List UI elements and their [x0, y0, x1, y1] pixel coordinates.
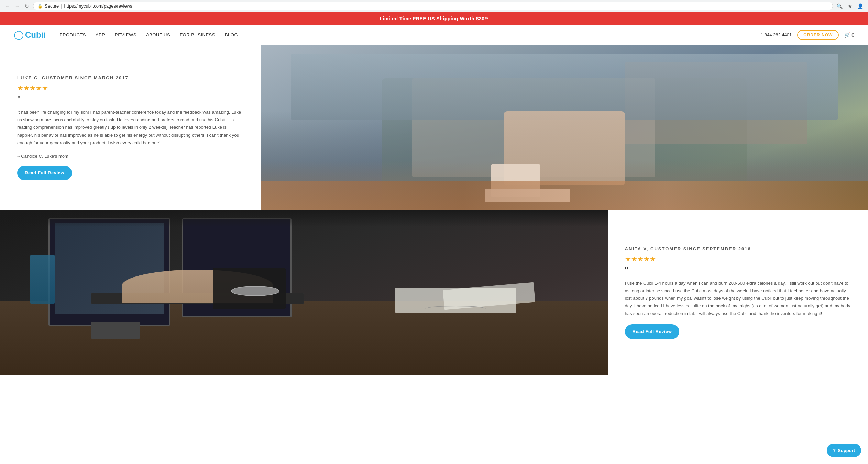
lock-icon: 🔒	[37, 4, 43, 9]
logo-name: Cubii	[25, 30, 46, 40]
logo-icon: ◯	[14, 30, 24, 40]
review-text-panel-2: ANITA V, CUSTOMER SINCE SEPTEMBER 2016 ★…	[608, 210, 868, 375]
logo[interactable]: ◯ Cubii	[14, 30, 46, 40]
stars-2: ★★★★★	[625, 255, 851, 263]
nav-blog[interactable]: BLOG	[225, 32, 238, 37]
reviewer-sig-1: ~ Candice C, Luke's mom	[17, 154, 243, 159]
order-now-button[interactable]: ORDER NOW	[797, 30, 839, 40]
url-separator: |	[61, 3, 62, 9]
profile-icon[interactable]: 👤	[856, 2, 864, 10]
review-body-1: It has been life changing for my son! I …	[17, 109, 243, 146]
back-button[interactable]: ←	[4, 3, 11, 10]
url-full: https://mycubii.com/pages/reviews	[64, 3, 132, 9]
review-image-2	[0, 210, 608, 375]
refresh-button[interactable]: ↻	[23, 3, 30, 10]
promo-banner: Limited Time FREE US Shipping Worth $30!…	[0, 12, 868, 25]
review-section-2: ANITA V, CUSTOMER SINCE SEPTEMBER 2016 ★…	[0, 210, 868, 375]
banner-text: Limited Time FREE US Shipping Worth $30!…	[380, 16, 488, 21]
nav-about[interactable]: ABOUT US	[146, 32, 170, 37]
nav-app[interactable]: APP	[96, 32, 105, 37]
review-image-panel-1	[261, 45, 868, 210]
reviewer-name-2: ANITA V, CUSTOMER SINCE SEPTEMBER 2016	[625, 246, 851, 251]
review-body-2: I use the Cubii 1-4 hours a day when I c…	[625, 280, 851, 317]
nav-products[interactable]: PRODUCTS	[59, 32, 86, 37]
navbar: ◯ Cubii PRODUCTS APP REVIEWS ABOUT US FO…	[0, 25, 868, 45]
nav-for-business[interactable]: FOR BUSINESS	[180, 32, 215, 37]
reviews-page: LUKE C, CUSTOMER SINCE MARCH 2017 ★★★★★ …	[0, 45, 868, 375]
review-image-1	[261, 45, 868, 210]
reviewer-name-1: LUKE C, CUSTOMER SINCE MARCH 2017	[17, 75, 243, 80]
navbar-right: 1.844.282.4401 ORDER NOW 🛒 0	[761, 30, 854, 40]
review-text-panel-1: LUKE C, CUSTOMER SINCE MARCH 2017 ★★★★★ …	[0, 45, 261, 210]
forward-button[interactable]: →	[14, 3, 21, 10]
phone-number: 1.844.282.4401	[761, 32, 792, 37]
review-image-panel-2	[0, 210, 608, 375]
navbar-left: ◯ Cubii PRODUCTS APP REVIEWS ABOUT US FO…	[14, 30, 238, 40]
stars-1: ★★★★★	[17, 84, 243, 92]
cart-icon[interactable]: 🛒 0	[844, 32, 854, 38]
bookmark-icon[interactable]: ★	[846, 2, 854, 10]
cart-count: 0	[851, 32, 854, 38]
quote-mark-2: "	[625, 266, 851, 275]
nav-reviews[interactable]: REVIEWS	[114, 32, 136, 37]
read-full-review-button-1[interactable]: Read Full Review	[17, 166, 72, 180]
search-icon[interactable]: 🔍	[836, 2, 843, 10]
url-text: Secure	[45, 3, 59, 9]
address-bar[interactable]: 🔒 Secure | https://mycubii.com/pages/rev…	[33, 2, 833, 10]
review-section-1: LUKE C, CUSTOMER SINCE MARCH 2017 ★★★★★ …	[0, 45, 868, 210]
nav-links: PRODUCTS APP REVIEWS ABOUT US FOR BUSINE…	[59, 32, 238, 37]
browser-toolbar: 🔍 ★ 👤	[836, 2, 864, 10]
browser-chrome: ← → ↻ 🔒 Secure | https://mycubii.com/pag…	[0, 0, 868, 12]
read-full-review-button-2[interactable]: Read Full Review	[625, 324, 680, 339]
quote-mark-1: "	[17, 95, 243, 104]
